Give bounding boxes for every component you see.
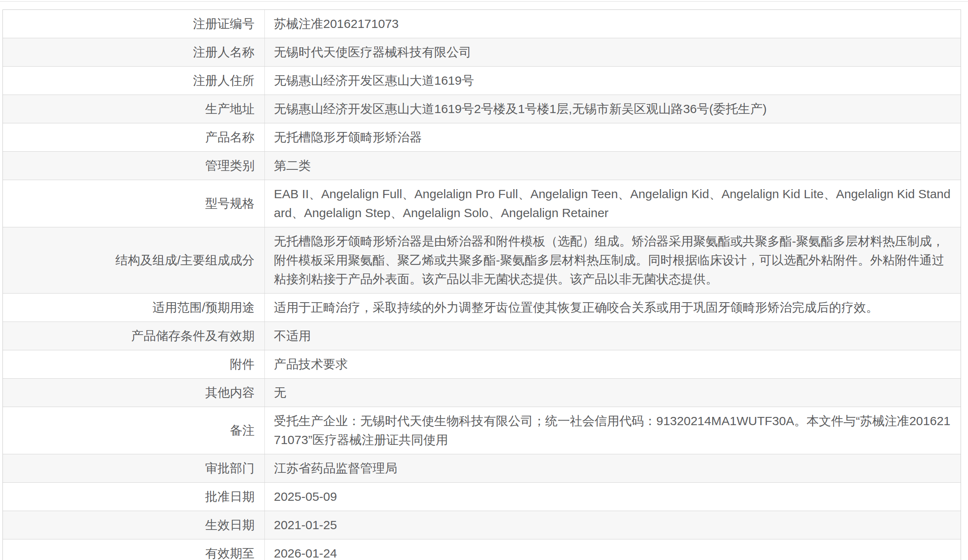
field-label: 适用范围/预期用途 [3, 294, 265, 322]
table-row: 产品名称 无托槽隐形牙颌畸形矫治器 [3, 123, 961, 152]
field-value: 2026-01-24 [265, 539, 961, 560]
field-label: 审批部门 [3, 454, 265, 482]
field-value: 2025-05-09 [265, 483, 961, 511]
field-label: 备注 [3, 407, 265, 454]
registration-table: 注册证编号 苏械注准20162171073 注册人名称 无锡时代天使医疗器械科技… [2, 9, 961, 560]
table-row: 生产地址 无锡惠山经济开发区惠山大道1619号2号楼及1号楼1层,无锡市新吴区观… [3, 95, 961, 123]
field-value: EAB II、Angelalign Full、Angelalign Pro Fu… [265, 180, 961, 227]
table-row: 适用范围/预期用途 适用于正畸治疗，采取持续的外力调整牙齿位置使其恢复正确咬合关… [3, 294, 961, 322]
top-divider-line [0, 1, 968, 2]
field-label: 管理类别 [3, 152, 265, 180]
field-value: 无锡惠山经济开发区惠山大道1619号 [265, 67, 961, 95]
field-value: 无托槽隐形牙颌畸形矫治器 [265, 123, 961, 151]
field-value: 江苏省药品监督管理局 [265, 454, 961, 482]
table-row: 管理类别 第二类 [3, 152, 961, 180]
field-label: 注册证编号 [3, 10, 265, 38]
field-value: 苏械注准20162171073 [265, 10, 961, 38]
field-value: 无锡时代天使医疗器械科技有限公司 [265, 38, 961, 66]
table-row: 其他内容 无 [3, 379, 961, 407]
field-label: 结构及组成/主要组成成分 [3, 227, 265, 293]
field-label: 注册人名称 [3, 38, 265, 66]
table-row: 注册人住所 无锡惠山经济开发区惠山大道1619号 [3, 67, 961, 95]
table-row: 有效期至 2026-01-24 [3, 539, 961, 560]
field-label: 附件 [3, 350, 265, 378]
field-value: 无托槽隐形牙颌畸形矫治器是由矫治器和附件模板（选配）组成。矫治器采用聚氨酯或共聚… [265, 227, 961, 293]
table-row: 生效日期 2021-01-25 [3, 511, 961, 539]
field-label: 注册人住所 [3, 67, 265, 95]
field-label: 有效期至 [3, 539, 265, 560]
field-value: 无锡惠山经济开发区惠山大道1619号2号楼及1号楼1层,无锡市新吴区观山路36号… [265, 95, 961, 123]
table-row: 型号规格 EAB II、Angelalign Full、Angelalign P… [3, 180, 961, 227]
table-row: 注册证编号 苏械注准20162171073 [3, 10, 961, 38]
field-label: 生效日期 [3, 511, 265, 539]
field-value: 适用于正畸治疗，采取持续的外力调整牙齿位置使其恢复正确咬合关系或用于巩固牙颌畸形… [265, 294, 961, 322]
field-value: 2021-01-25 [265, 511, 961, 539]
field-value: 第二类 [265, 152, 961, 180]
field-value: 无 [265, 379, 961, 407]
field-label: 型号规格 [3, 180, 265, 227]
field-label: 其他内容 [3, 379, 265, 407]
table-row: 附件 产品技术要求 [3, 350, 961, 379]
field-value: 受托生产企业：无锡时代天使生物科技有限公司；统一社会信用代码：91320214M… [265, 407, 961, 454]
field-value: 不适用 [265, 322, 961, 350]
table-row: 审批部门 江苏省药品监督管理局 [3, 454, 961, 483]
field-label: 产品名称 [3, 123, 265, 151]
field-label: 生产地址 [3, 95, 265, 123]
table-row: 备注 受托生产企业：无锡时代天使生物科技有限公司；统一社会信用代码：913202… [3, 407, 961, 454]
field-value: 产品技术要求 [265, 350, 961, 378]
field-label: 批准日期 [3, 483, 265, 511]
table-row: 注册人名称 无锡时代天使医疗器械科技有限公司 [3, 38, 961, 67]
table-row: 产品储存条件及有效期 不适用 [3, 322, 961, 350]
table-row: 批准日期 2025-05-09 [3, 483, 961, 511]
field-label: 产品储存条件及有效期 [3, 322, 265, 350]
table-row: 结构及组成/主要组成成分 无托槽隐形牙颌畸形矫治器是由矫治器和附件模板（选配）组… [3, 227, 961, 294]
